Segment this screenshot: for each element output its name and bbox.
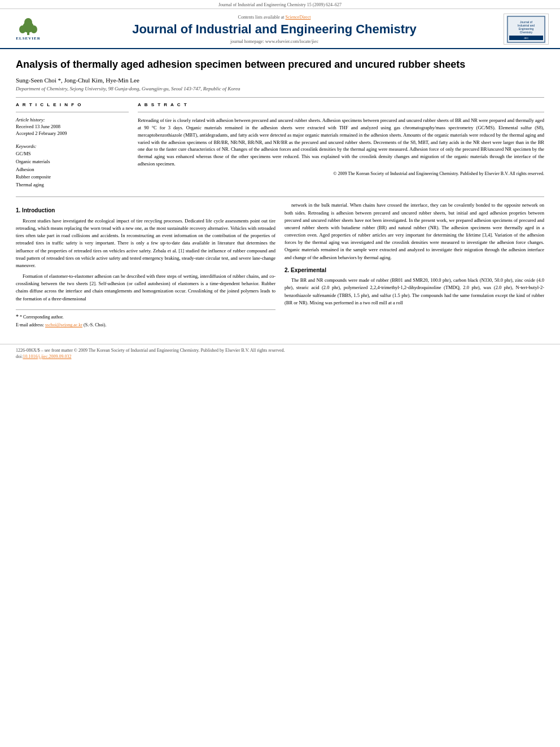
history-label: Article history: — [16, 117, 129, 123]
elsevier-logo: ELSEVIER — [11, 16, 45, 42]
abstract-text: Retreading of tire is closely related wi… — [138, 117, 544, 167]
elsevier-tree-icon — [17, 18, 40, 36]
page-footer: 1226-086X/$ – see front matter © 2009 Th… — [0, 344, 560, 362]
email-link[interactable]: sschoi@sejong.ac.kr — [45, 322, 82, 327]
keywords-list: GC/MS Organic materials Adhesion Rubber … — [16, 150, 129, 189]
divider-1 — [16, 97, 544, 98]
authors: Sung-Seen Choi *, Jong-Chul Kim, Hye-Min… — [16, 77, 544, 84]
affiliation: Department of Chemistry, Sejong Universi… — [16, 86, 544, 91]
journal-thumbnail: Journal of Industrial and Engineering Ch… — [504, 14, 549, 45]
keywords-label: Keywords: — [16, 143, 129, 149]
header-left: ELSEVIER — [11, 16, 45, 42]
journal-title: Journal of Industrial and Engineering Ch… — [45, 22, 504, 37]
divider-abstract — [138, 112, 544, 112]
elsevier-label: ELSEVIER — [16, 36, 40, 41]
article-content: Analysis of thermally aged adhesion spec… — [0, 49, 560, 339]
section2-heading: 2. Experimental — [285, 266, 544, 275]
intro-para1: Recent studies have investigated the eco… — [16, 217, 275, 269]
footer-issn: 1226-086X/$ – see front matter © 2009 Th… — [16, 348, 544, 353]
article-info-label: A R T I C L E I N F O — [16, 102, 129, 107]
sciencedirect-link[interactable]: ScienceDirect — [286, 15, 311, 20]
accepted-date: Accepted 2 February 2009 — [16, 130, 129, 136]
svg-point-3 — [30, 25, 37, 33]
doi-link[interactable]: 10.1016/j.jiec.2009.09.032 — [23, 354, 71, 359]
divider-info — [16, 112, 129, 112]
body-col-left: 1. Introduction Recent studies have inve… — [16, 202, 275, 330]
intro-para2: Formation of elastomer-to-elastomer adhe… — [16, 273, 275, 303]
article-title: Analysis of thermally aged adhesion spec… — [16, 58, 544, 71]
homepage-url: www.elsevier.com/locate/jiec — [265, 39, 318, 44]
page-container: Journal of Industrial and Engineering Ch… — [0, 0, 560, 747]
divider-2 — [16, 196, 544, 197]
journal-cover-icon: Journal of Industrial and Engineering Ch… — [506, 15, 546, 43]
body-col-right: network in the bulk material. When chain… — [285, 202, 544, 330]
contents-line: Contents lists available at ScienceDirec… — [45, 15, 504, 20]
svg-point-2 — [19, 25, 26, 33]
keyword-4: Rubber composite — [16, 173, 129, 181]
journal-ref: Journal of Industrial and Engineering Ch… — [218, 2, 342, 7]
keyword-5: Thermal aging — [16, 181, 129, 189]
keyword-2: Organic materials — [16, 158, 129, 166]
svg-point-4 — [24, 18, 32, 27]
section1-heading: 1. Introduction — [16, 206, 275, 215]
journal-homepage: journal homepage: www.elsevier.com/locat… — [45, 39, 504, 44]
svg-text:JIEC: JIEC — [524, 37, 529, 40]
article-info-abstract: A R T I C L E I N F O Article history: R… — [16, 102, 544, 189]
svg-text:Chemistry: Chemistry — [520, 30, 533, 34]
footnote-area: * * Corresponding author. E-mail address… — [16, 309, 275, 329]
journal-bar: Journal of Industrial and Engineering Ch… — [0, 0, 560, 9]
footnote-star: * * Corresponding author. — [16, 312, 275, 321]
keyword-3: Adhesion — [16, 166, 129, 174]
body-two-col: 1. Introduction Recent studies have inve… — [16, 202, 544, 330]
footer-doi: doi:10.1016/j.jiec.2009.09.032 — [16, 354, 544, 359]
header-area: ELSEVIER Contents lists available at Sci… — [0, 9, 560, 49]
abstract-col: A B S T R A C T Retreading of tire is cl… — [138, 102, 544, 189]
received-date: Received 13 June 2008 — [16, 124, 129, 129]
article-info-col: A R T I C L E I N F O Article history: R… — [16, 102, 129, 189]
intro-para-right1: network in the bulk material. When chain… — [285, 202, 544, 261]
experimental-para1: The BR and NR compounds were made of rub… — [285, 277, 544, 307]
abstract-label: A B S T R A C T — [138, 102, 544, 107]
footnote-corresponding: * Corresponding author. — [20, 314, 64, 320]
header-center: Contents lists available at ScienceDirec… — [45, 15, 504, 44]
copyright-line: © 2009 The Korean Society of Industrial … — [138, 171, 544, 176]
keyword-1: GC/MS — [16, 150, 129, 158]
footnote-email: E-mail address: sschoi@sejong.ac.kr (S.-… — [16, 322, 275, 329]
